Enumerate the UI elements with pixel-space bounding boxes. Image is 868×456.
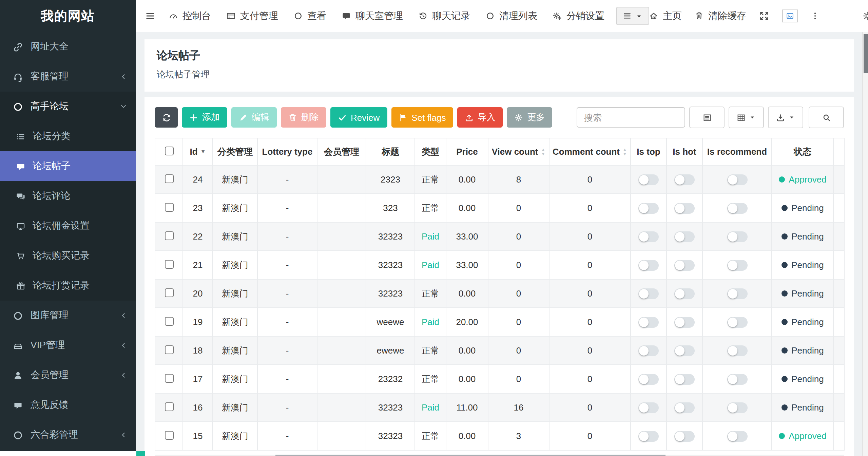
avatar[interactable]: [782, 10, 798, 22]
settings-button[interactable]: [862, 11, 868, 21]
is-recommend-toggle[interactable]: [727, 402, 747, 413]
set-flags-button[interactable]: Set flags: [391, 107, 453, 128]
sidebar-item-lottery[interactable]: 六合彩管理: [0, 420, 136, 450]
is-hot-toggle[interactable]: [674, 317, 695, 328]
nav-item-cleanup-list[interactable]: 清理列表: [486, 10, 537, 22]
is-top-toggle[interactable]: [638, 174, 659, 185]
gift-icon: [15, 281, 26, 290]
is-recommend-toggle[interactable]: [727, 260, 747, 271]
detail-view-button[interactable]: [689, 107, 725, 128]
nav-item-home[interactable]: 主页: [649, 10, 682, 22]
is-hot-toggle[interactable]: [674, 431, 695, 442]
is-top-toggle[interactable]: [638, 345, 659, 356]
delete-button[interactable]: 删除: [281, 107, 326, 128]
caret-down-icon: [636, 13, 642, 19]
is-hot-toggle[interactable]: [674, 260, 695, 271]
refresh-button[interactable]: [155, 107, 178, 128]
row-checkbox[interactable]: [165, 174, 173, 183]
fullscreen-button[interactable]: [759, 11, 769, 21]
nav-item-chatroom[interactable]: 聊天室管理: [342, 10, 403, 22]
list-icon: [15, 132, 26, 141]
add-button[interactable]: 添加: [182, 107, 227, 128]
sidebar-item-feedback[interactable]: 意见反馈: [0, 390, 136, 420]
is-top-toggle[interactable]: [638, 288, 659, 299]
is-recommend-toggle[interactable]: [727, 174, 747, 185]
is-recommend-toggle[interactable]: [727, 203, 747, 214]
sidebar-item-customer-service[interactable]: 客服管理: [0, 62, 136, 92]
row-checkbox[interactable]: [165, 203, 173, 211]
is-recommend-toggle[interactable]: [727, 345, 747, 356]
horizontal-scrollbar-thumb[interactable]: [275, 455, 666, 456]
is-hot-toggle[interactable]: [674, 288, 695, 299]
col-id[interactable]: Id▼: [183, 138, 213, 165]
export-dropdown[interactable]: [768, 107, 803, 128]
sidebar-item-forum-purchases[interactable]: 论坛购买记录: [0, 241, 136, 271]
cell-title: 23232: [366, 365, 415, 393]
scroll-right-arrow-icon[interactable]: ►: [835, 455, 844, 456]
vertical-scrollbar[interactable]: [862, 32, 868, 456]
horizontal-scrollbar[interactable]: ◄ ►: [155, 455, 844, 456]
vertical-scrollbar-thumb[interactable]: [864, 34, 868, 73]
sidebar-item-forum-comments[interactable]: 论坛评论: [0, 181, 136, 211]
sidebar-item-expert-forum[interactable]: 高手论坛: [0, 92, 136, 121]
row-checkbox[interactable]: [165, 345, 173, 354]
sidebar-item-vip[interactable]: VIP管理: [0, 330, 136, 360]
is-top-toggle[interactable]: [638, 231, 659, 242]
is-recommend-toggle[interactable]: [727, 374, 747, 385]
row-checkbox[interactable]: [165, 260, 173, 268]
is-hot-toggle[interactable]: [674, 402, 695, 413]
is-hot-toggle[interactable]: [674, 345, 695, 356]
is-recommend-toggle[interactable]: [727, 317, 747, 328]
sidebar-item-url-list[interactable]: 网址大全: [0, 32, 136, 62]
row-checkbox[interactable]: [165, 374, 173, 382]
cell-lottery-type: -: [257, 308, 317, 336]
row-checkbox[interactable]: [165, 288, 173, 297]
is-top-toggle[interactable]: [638, 402, 659, 413]
col-view-count[interactable]: View count▲▼: [488, 138, 549, 165]
nav-item-clear-cache[interactable]: 清除缓存: [695, 10, 746, 22]
search-button[interactable]: [809, 107, 844, 128]
is-hot-toggle[interactable]: [674, 174, 695, 185]
sidebar-item-forum-posts[interactable]: 论坛帖子: [0, 151, 136, 181]
is-top-toggle[interactable]: [638, 317, 659, 328]
is-top-toggle[interactable]: [638, 374, 659, 385]
search-input[interactable]: [577, 107, 685, 128]
is-hot-toggle[interactable]: [674, 231, 695, 242]
nav-item-chat-history[interactable]: 聊天记录: [419, 10, 470, 22]
is-hot-toggle[interactable]: [674, 374, 695, 385]
is-hot-toggle[interactable]: [674, 203, 695, 214]
row-checkbox[interactable]: [165, 231, 173, 240]
nav-item-view[interactable]: 查看: [294, 10, 326, 22]
select-all-checkbox[interactable]: [165, 146, 173, 155]
columns-dropdown[interactable]: [729, 107, 764, 128]
row-checkbox[interactable]: [165, 431, 173, 439]
scroll-left-arrow-icon[interactable]: ◄: [155, 455, 163, 456]
sidebar-item-members[interactable]: 会员管理: [0, 360, 136, 390]
nav-item-payment[interactable]: 支付管理: [227, 10, 278, 22]
row-checkbox[interactable]: [165, 402, 173, 411]
horizontal-scrollbar-rail[interactable]: [163, 455, 835, 456]
sidebar-toggle-button[interactable]: [145, 11, 155, 21]
review-button[interactable]: Review: [330, 107, 387, 128]
nav-item-dashboard[interactable]: 控制台: [169, 10, 211, 22]
import-button[interactable]: 导入: [457, 107, 503, 128]
row-checkbox[interactable]: [165, 317, 173, 325]
more-button[interactable]: 更多: [507, 107, 552, 128]
col-lottery-type: Lottery type: [257, 138, 317, 165]
is-recommend-toggle[interactable]: [727, 288, 747, 299]
cell-member: [317, 422, 366, 450]
is-recommend-toggle[interactable]: [727, 231, 747, 242]
sidebar-item-forum-category[interactable]: 论坛分类: [0, 121, 136, 151]
sidebar-item-gallery[interactable]: 图库管理: [0, 301, 136, 330]
edit-button[interactable]: 编辑: [231, 107, 277, 128]
is-top-toggle[interactable]: [638, 203, 659, 214]
is-recommend-toggle[interactable]: [727, 431, 747, 442]
is-top-toggle[interactable]: [638, 431, 659, 442]
sidebar-item-forum-commission[interactable]: 论坛佣金设置: [0, 211, 136, 241]
sidebar-item-forum-rewards[interactable]: 论坛打赏记录: [0, 271, 136, 301]
user-menu-button[interactable]: [811, 12, 819, 20]
is-top-toggle[interactable]: [638, 260, 659, 271]
col-comment-count[interactable]: Comment count▲▼: [549, 138, 631, 165]
nav-item-distribution-settings[interactable]: 分销设置: [553, 10, 604, 22]
nav-overflow-dropdown[interactable]: [616, 7, 649, 25]
